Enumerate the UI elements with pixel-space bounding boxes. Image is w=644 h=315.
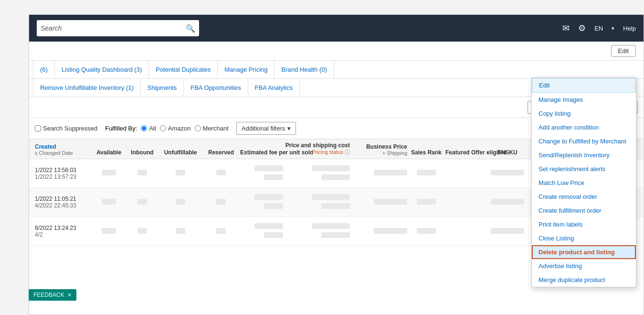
dropdown-item-set-alerts[interactable]: Set replenishment alerts <box>532 162 636 176</box>
row2-inbound <box>126 199 159 206</box>
row3-reserved <box>202 228 240 235</box>
row3-available <box>92 228 126 235</box>
row1-price <box>283 165 350 182</box>
pricing-status-info-icon[interactable]: ⓘ <box>345 149 350 155</box>
tab-fba-opp[interactable]: FBA Opportunities <box>184 79 248 97</box>
row3-unfulfillable <box>159 228 202 235</box>
th-created: Created s Changed Date <box>35 143 92 156</box>
row2-fnsku <box>484 199 531 206</box>
row1-fnsku <box>484 170 531 177</box>
lang-selector[interactable]: EN <box>594 25 603 32</box>
row3-inbound <box>126 228 159 235</box>
th-inbound: Inbound <box>126 149 159 156</box>
dropdown-item-fulfillment-order[interactable]: Create fulfillment order <box>532 204 636 217</box>
row1-rank <box>407 170 445 177</box>
edit-btn-row: Edit <box>29 42 644 61</box>
suppressed-checkbox[interactable] <box>35 125 41 131</box>
th-changed-date: s Changed Date <box>35 150 92 156</box>
dropdown-item-close-listing[interactable]: Close Listing <box>532 231 636 245</box>
help-link[interactable]: Help <box>623 25 636 32</box>
row1-available <box>92 170 126 177</box>
search-box[interactable]: 🔍 <box>37 20 199 36</box>
row3-fnsku <box>484 228 531 235</box>
feedback-close-icon[interactable]: ✕ <box>67 292 72 298</box>
dropdown-item-copy-listing[interactable]: Copy listing <box>532 107 636 120</box>
tab-lqd[interactable]: Listing Quality Dashboard (3) <box>55 61 149 78</box>
th-featured-offer: Featured Offer eligible <box>445 149 484 156</box>
row2-price <box>283 194 350 210</box>
dropdown-item-send-inventory[interactable]: Send/Replenish Inventory <box>532 148 636 162</box>
nav-tabs-row-1: (6) Listing Quality Dashboard (3) Potent… <box>29 61 644 79</box>
header-bar: 🔍 ✉ ⚙ EN ▾ Help <box>29 15 644 42</box>
fulfilled-all-option[interactable]: All <box>141 125 156 132</box>
context-dropdown-menu: Edit Manage Images Copy listing Add anot… <box>531 77 636 287</box>
dropdown-item-manage-images[interactable]: Manage Images <box>532 93 636 107</box>
dropdown-item-print-labels[interactable]: Print item labels <box>532 217 636 231</box>
th-created-label[interactable]: Created <box>35 143 92 150</box>
th-biz-price: Business Price + Shipping <box>350 143 407 156</box>
row3-fee <box>240 223 283 239</box>
edit-button[interactable]: Edit <box>611 45 636 57</box>
dropdown-item-change-fulfilled[interactable]: Change to Fulfilled by Merchant <box>532 134 636 148</box>
tab-shipments[interactable]: Shipments <box>141 79 184 97</box>
row2-bizprice <box>350 199 407 206</box>
dropdown-item-advertise[interactable]: Advertise listing <box>532 259 636 273</box>
dropdown-item-match-price[interactable]: Match Low Price <box>532 176 636 190</box>
fulfilled-all-text: All <box>149 125 156 132</box>
dropdown-item-edit[interactable]: Edit <box>532 78 636 93</box>
row3-rank <box>407 228 445 235</box>
tab-pricing[interactable]: Manage Pricing <box>218 61 274 78</box>
row2-rank <box>407 199 445 206</box>
dropdown-item-delete-listing[interactable]: Delete product and listing <box>532 245 636 259</box>
row2-dates: 1/2022 11:05:21 4/2022 22:45:33 <box>35 196 92 209</box>
th-price-label: Price and shipping cost <box>283 142 350 149</box>
th-available: Available <box>92 149 126 156</box>
gear-icon[interactable]: ⚙ <box>578 23 586 33</box>
header-icons: ✉ ⚙ EN ▾ Help <box>562 23 636 33</box>
dropdown-item-removal-order[interactable]: Create removal order <box>532 190 636 204</box>
fulfilled-merchant-radio[interactable] <box>195 125 201 131</box>
tab-brand[interactable]: Brand Health (0) <box>274 61 334 78</box>
row3-dates: 8/2022 13:24:23 4/2 <box>35 225 92 238</box>
fulfilled-amazon-radio[interactable] <box>160 125 166 131</box>
fulfilled-all-radio[interactable] <box>141 125 147 131</box>
row1-unfulfillable <box>159 170 202 177</box>
tab-remove[interactable]: Remove Unfulfillable Inventory (1) <box>33 79 141 97</box>
fulfilled-by-group: Fulfilled By: All Amazon Merchant <box>105 125 229 132</box>
th-pricing-status: Pricing status ⓘ <box>283 149 350 156</box>
row2-unfulfillable <box>159 199 202 206</box>
search-input[interactable] <box>41 24 186 32</box>
tab-active[interactable]: (6) <box>33 61 55 78</box>
additional-filters-button[interactable]: Additional filters ▾ <box>236 122 296 135</box>
row1-inbound <box>126 170 159 177</box>
search-icon[interactable]: 🔍 <box>186 24 195 33</box>
dropdown-item-add-condition[interactable]: Add another condition <box>532 120 636 134</box>
row2-fee <box>240 194 283 210</box>
th-unfulfillable: Unfulfillable <box>159 149 202 156</box>
th-reserved: Reserved <box>202 149 240 156</box>
th-fee: Estimated fee per unit sold <box>240 149 283 156</box>
th-price: Price and shipping cost Pricing status ⓘ <box>283 142 350 156</box>
fulfilled-merchant-text: Merchant <box>203 125 229 132</box>
additional-filters-chevron: ▾ <box>287 125 291 132</box>
row1-reserved <box>202 170 240 177</box>
suppressed-filter: Search Suppressed <box>35 125 97 132</box>
fulfilled-by-label: Fulfilled By: <box>105 125 137 132</box>
additional-filters-label: Additional filters <box>242 125 285 132</box>
fulfilled-merchant-option[interactable]: Merchant <box>195 125 229 132</box>
fulfilled-amazon-option[interactable]: Amazon <box>160 125 191 132</box>
row1-dates: 1/2022 13:56:03 1/2022 13:57:23 <box>35 167 92 180</box>
th-fnsku: FNSKU <box>484 149 531 156</box>
row2-reserved <box>202 199 240 206</box>
row1-fee <box>240 165 283 182</box>
fulfilled-amazon-text: Amazon <box>168 125 191 132</box>
tab-duplicates[interactable]: Potential Duplicates <box>149 61 218 78</box>
feedback-label: FEEDBACK <box>33 292 64 298</box>
th-sales-rank: Sales Rank <box>407 149 445 156</box>
tab-fba-analytics[interactable]: FBA Analytics <box>248 79 300 97</box>
row2-available <box>92 199 126 206</box>
row1-bizprice <box>350 170 407 177</box>
dropdown-item-merge-duplicate[interactable]: Merge duplicate product <box>532 273 636 287</box>
mail-icon[interactable]: ✉ <box>562 23 570 33</box>
feedback-button[interactable]: FEEDBACK ✕ <box>29 289 76 301</box>
